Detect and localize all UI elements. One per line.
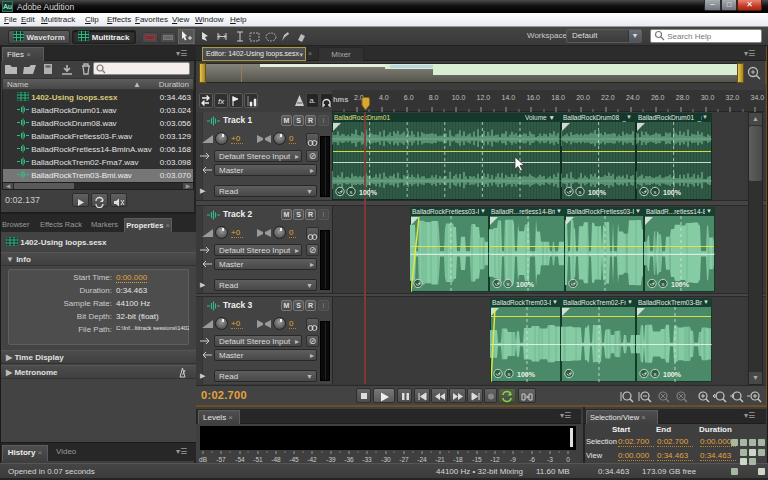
svg-text:s: s (662, 281, 665, 287)
svg-text:100%: 100% (359, 189, 378, 196)
svg-text:-6: -6 (529, 456, 535, 463)
svg-text:-12: -12 (490, 456, 500, 463)
svg-text:100%: 100% (516, 281, 535, 288)
svg-text:-36: -36 (344, 456, 354, 463)
svg-text:-27: -27 (399, 456, 409, 463)
svg-text:-30: -30 (381, 456, 391, 463)
svg-text:-15: -15 (472, 456, 482, 463)
svg-text:-24: -24 (417, 456, 427, 463)
svg-text:-54: -54 (235, 456, 245, 463)
svg-text:100%: 100% (588, 189, 607, 196)
svg-text:-51: -51 (253, 456, 263, 463)
svg-text:-33: -33 (362, 456, 372, 463)
svg-text:-21: -21 (435, 456, 445, 463)
svg-text:-39: -39 (326, 456, 336, 463)
svg-text:s: s (508, 371, 511, 377)
svg-text:s: s (350, 189, 353, 195)
svg-text:-18: -18 (453, 456, 463, 463)
svg-text:100%: 100% (663, 371, 682, 378)
svg-text:-48: -48 (271, 456, 281, 463)
svg-text:s: s (654, 371, 657, 377)
svg-text:100%: 100% (517, 371, 536, 378)
svg-text:-3: -3 (547, 456, 553, 463)
svg-text:s: s (654, 189, 657, 195)
svg-text:100%: 100% (663, 189, 682, 196)
svg-text:dB: dB (199, 456, 207, 463)
svg-text:-57: -57 (216, 456, 226, 463)
svg-text:100%: 100% (671, 281, 690, 288)
svg-text:fx: fx (218, 97, 225, 106)
svg-text:-42: -42 (307, 456, 317, 463)
svg-text:0: 0 (566, 456, 570, 463)
svg-text:s: s (507, 281, 510, 287)
svg-text:s: s (579, 189, 582, 195)
svg-text:-9: -9 (510, 456, 516, 463)
svg-text:-45: -45 (289, 456, 299, 463)
